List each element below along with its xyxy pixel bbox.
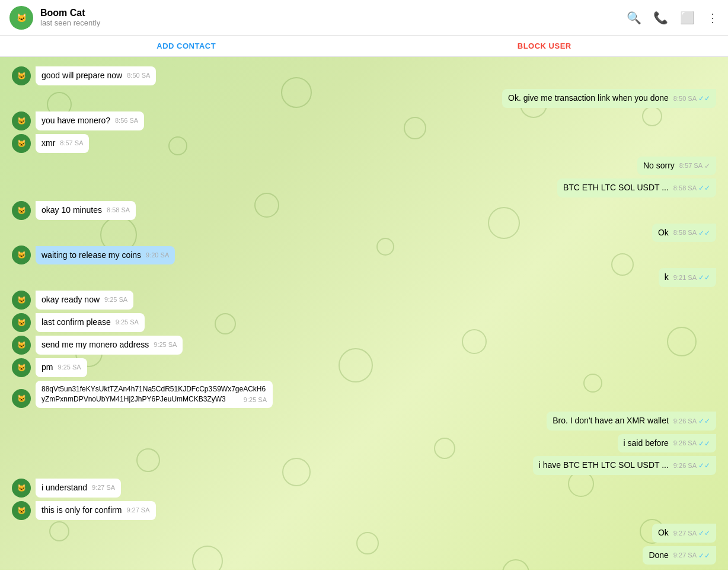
message-bubble: pm 9:25 SA (36, 358, 87, 377)
block-user-button[interactable]: BLOCK USER (518, 42, 571, 50)
contact-avatar: 🐱 (9, 6, 33, 30)
message-text: you have monero? (41, 116, 110, 125)
contact-status: last seen recently (40, 18, 627, 27)
message-bubble: Ok 9:27 SA ✓✓ (652, 524, 716, 543)
message-bubble: i said before 9:26 SA ✓✓ (618, 434, 716, 453)
message-bubble: you have monero? 8:56 SA (36, 111, 144, 130)
sender-avatar: 🐱 (12, 389, 31, 408)
sender-avatar: 🐱 (12, 134, 31, 153)
sender-avatar: 🐱 (12, 358, 31, 377)
search-icon[interactable]: 🔍 (627, 11, 641, 25)
message-row: i have BTC ETH LTC SOL USDT ... 9:26 SA … (12, 456, 716, 475)
message-check: ✓✓ (698, 461, 710, 471)
message-text: Ok (658, 228, 669, 237)
message-bubble: xmr 8:57 SA (36, 134, 89, 153)
message-check: ✓✓ (698, 416, 710, 426)
message-meta: 8:50 SA ✓✓ (673, 94, 710, 104)
message-bubble: Ok. give me transaction link when you do… (502, 89, 716, 108)
message-meta: 9:27 SA ✓✓ (673, 528, 710, 538)
message-text: okay 10 minutes (41, 205, 102, 215)
message-text: this is only for confirm (41, 505, 122, 515)
message-meta: 8:57 SA ✓ (679, 161, 710, 171)
message-bubble: okay 10 minutes 8:58 SA (36, 201, 136, 220)
message-meta: 9:25 SA (58, 363, 81, 372)
message-text: BTC ETH LTC SOL USDT ... (563, 183, 669, 192)
message-row: 🐱 xmr 8:57 SA (12, 134, 716, 153)
message-time: 8:50 SA (673, 94, 697, 103)
call-icon[interactable]: 📞 (653, 11, 668, 25)
message-time: 9:27 SA (673, 551, 697, 560)
contact-info: Boom Cat last seen recently (40, 8, 627, 27)
message-text: Ok. give me transaction link when you do… (508, 93, 669, 103)
chat-area: 🐱 good will prepare now 8:50 SA Ok. give… (0, 57, 728, 570)
message-row: 🐱 send me my monero address 9:25 SA (12, 336, 716, 355)
message-row: 🐱 this is only for confirm 9:27 SA (12, 501, 716, 520)
message-row: 🐱 okay ready now 9:25 SA (12, 291, 716, 310)
message-row: 🐱 you have monero? 8:56 SA (12, 111, 716, 130)
message-time: 9:26 SA (673, 461, 697, 470)
message-list: 🐱 good will prepare now 8:50 SA Ok. give… (12, 66, 716, 566)
message-time: 9:25 SA (58, 363, 81, 372)
message-time: 8:58 SA (673, 184, 697, 193)
message-bubble: okay ready now 9:25 SA (36, 291, 133, 310)
sender-avatar: 🐱 (12, 291, 31, 310)
message-meta: 9:25 SA (104, 295, 127, 304)
message-row: Done 9:27 SA ✓✓ (12, 546, 716, 565)
message-time: 9:26 SA (673, 439, 697, 448)
message-row: 🐱 88qVt5un31feKYsUktTZAn4h71Na5CdR51KJDF… (12, 381, 716, 408)
message-bubble: Done 9:27 SA ✓✓ (643, 546, 716, 565)
message-check: ✓✓ (698, 528, 710, 538)
message-text: Ok (658, 528, 669, 537)
add-contact-button[interactable]: ADD CONTACT (157, 42, 216, 50)
message-text: pm (41, 362, 53, 372)
message-row: Ok 9:27 SA ✓✓ (12, 524, 716, 543)
sender-avatar: 🐱 (12, 501, 31, 520)
message-meta: 8:57 SA (60, 139, 83, 148)
message-row: 🐱 good will prepare now 8:50 SA (12, 66, 716, 85)
message-check: ✓✓ (698, 94, 710, 104)
action-bar: ADD CONTACT BLOCK USER (0, 36, 728, 57)
contact-name: Boom Cat (40, 8, 627, 18)
message-time: 9:20 SA (146, 251, 169, 260)
message-meta: 9:26 SA ✓✓ (673, 461, 710, 471)
message-row: Bro. I don't have an XMR wallet 9:26 SA … (12, 412, 716, 431)
message-bubble: i have BTC ETH LTC SOL USDT ... 9:26 SA … (533, 456, 716, 475)
message-time: 9:21 SA (673, 273, 697, 282)
message-bubble: Ok 8:58 SA ✓✓ (652, 224, 716, 243)
message-time: 8:50 SA (127, 71, 150, 80)
message-text: xmr (41, 138, 55, 148)
message-time: 8:57 SA (60, 139, 83, 148)
message-bubble: last confirm please 9:25 SA (36, 313, 145, 332)
message-check: ✓✓ (698, 228, 710, 238)
message-meta: 8:50 SA (127, 71, 150, 80)
message-check: ✓✓ (698, 439, 710, 449)
sender-avatar: 🐱 (12, 201, 31, 220)
message-text: Bro. I don't have an XMR wallet (553, 416, 669, 425)
message-text: good will prepare now (41, 71, 122, 80)
message-time: 9:25 SA (116, 318, 139, 327)
sender-avatar: 🐱 (12, 111, 31, 130)
message-row: Ok 8:58 SA ✓✓ (12, 224, 716, 243)
message-row: i said before 9:26 SA ✓✓ (12, 434, 716, 453)
message-meta: 9:25 SA (116, 318, 139, 327)
columns-icon[interactable]: ⬜ (680, 11, 695, 25)
message-row: No sorry 8:57 SA ✓ (12, 157, 716, 176)
message-text: waiting to release my coins (41, 250, 141, 260)
message-bubble: waiting to release my coins 9:20 SA (36, 246, 175, 265)
message-bubble: Bro. I don't have an XMR wallet 9:26 SA … (547, 412, 716, 431)
message-meta: 8:58 SA ✓✓ (673, 228, 710, 238)
message-bubble: k 9:21 SA ✓✓ (659, 268, 716, 287)
message-time: 9:25 SA (244, 396, 267, 404)
message-time: 8:57 SA (679, 161, 703, 170)
message-meta: 9:21 SA ✓✓ (673, 273, 710, 283)
more-icon[interactable]: ⋮ (707, 11, 719, 25)
message-bubble: this is only for confirm 9:27 SA (36, 501, 156, 520)
message-time: 9:27 SA (126, 506, 149, 515)
message-text: 88qVt5un31feKYsUktTZAn4h71Na5CdR51KJDFcC… (41, 385, 266, 403)
message-bubble: BTC ETH LTC SOL USDT ... 8:58 SA ✓✓ (557, 178, 716, 197)
message-time: 8:58 SA (673, 228, 697, 237)
message-bubble: 88qVt5un31feKYsUktTZAn4h71Na5CdR51KJDFcC… (36, 381, 273, 408)
message-meta: 9:25 SA (154, 340, 177, 349)
message-row: BTC ETH LTC SOL USDT ... 8:58 SA ✓✓ (12, 178, 716, 197)
message-meta: 9:25 SA (244, 396, 267, 404)
